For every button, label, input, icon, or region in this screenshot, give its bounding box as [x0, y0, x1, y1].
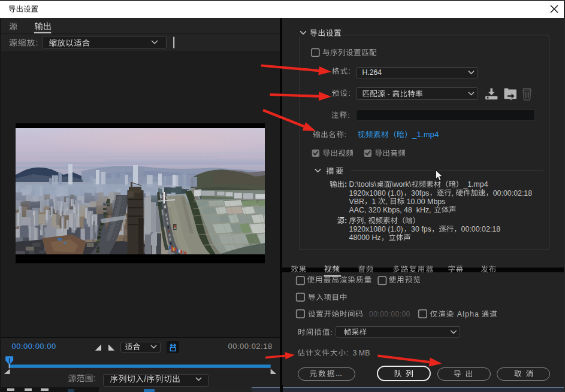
svg-text::: :: [346, 349, 349, 357]
svg-text::: :: [345, 217, 347, 225]
svg-text:1920x1080 (1.0): 1920x1080 (1.0): [349, 189, 403, 197]
svg-text::: :: [345, 130, 347, 139]
svg-text:Alpha: Alpha: [454, 310, 482, 318]
svg-text:1920x1080 (1.0): 1920x1080 (1.0): [349, 225, 403, 233]
svg-text:10.00 Mbps: 10.00 Mbps: [404, 197, 445, 206]
svg-text:_1.mp4: _1.mp4: [463, 180, 488, 189]
svg-text:00:00:02:18: 00:00:02:18: [461, 225, 501, 233]
svg-text:00:00:02:18: 00:00:02:18: [228, 342, 273, 351]
svg-text::: :: [330, 329, 333, 337]
svg-text:,: ,: [452, 189, 456, 197]
svg-text:48000 Hz: 48000 Hz: [349, 233, 381, 242]
svg-text:VBR: VBR: [349, 197, 365, 206]
svg-text:...: ...: [336, 369, 342, 378]
svg-text:-: -: [385, 90, 392, 98]
svg-text:,: ,: [364, 217, 368, 225]
svg-text:30fps: 30fps: [411, 189, 429, 197]
svg-text:H.264: H.264: [362, 68, 382, 77]
svg-text:3 MB: 3 MB: [353, 349, 370, 357]
svg-text::: :: [348, 67, 351, 75]
svg-text:AAC, 320 Kbps, 48 kHz,: AAC, 320 Kbps, 48 kHz,: [349, 206, 434, 214]
svg-text:/: /: [144, 375, 146, 384]
svg-text:,: ,: [385, 197, 389, 206]
svg-text:\work\: \work\: [391, 180, 412, 189]
svg-text::: :: [35, 38, 38, 47]
svg-text::: :: [93, 374, 96, 383]
svg-text:D:\tools\: D:\tools\: [349, 180, 377, 189]
svg-text::: :: [348, 89, 351, 98]
svg-text:00:00:00:00: 00:00:00:00: [12, 342, 56, 351]
svg-text:1: 1: [372, 197, 378, 206]
svg-text::: :: [345, 180, 347, 189]
svg-text:00:00:00:00: 00:00:00:00: [369, 310, 410, 318]
svg-text::: :: [348, 111, 351, 120]
svg-text:30 fps: 30 fps: [411, 225, 431, 233]
svg-text:_1.mp4: _1.mp4: [412, 130, 439, 139]
svg-text:00:00:02:18: 00:00:02:18: [493, 189, 533, 197]
